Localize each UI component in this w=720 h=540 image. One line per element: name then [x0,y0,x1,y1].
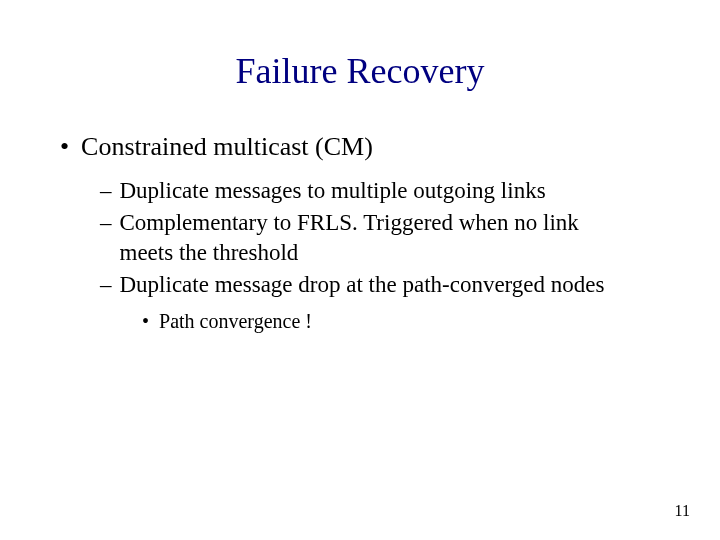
dash-icon: – [100,176,112,206]
bullet-level2: – Complementary to FRLS. Triggered when … [100,208,660,268]
dash-icon: – [100,208,112,238]
bullet-level1: • Constrained multicast (CM) [60,132,660,162]
dash-icon: – [100,270,112,300]
level3-text: Path convergence ! [159,310,312,333]
bullet-level2: – Duplicate messages to multiple outgoin… [100,176,660,206]
bullet-level2: – Duplicate message drop at the path-con… [100,270,660,300]
bullet-icon: • [60,132,69,162]
level2-text: Duplicate message drop at the path-conve… [120,270,605,300]
level2-text: Complementary to FRLS. Triggered when no… [120,208,621,268]
bullet-icon: • [142,310,149,333]
page-number: 11 [675,502,690,520]
slide-title: Failure Recovery [60,50,660,92]
level2-text: Duplicate messages to multiple outgoing … [120,176,546,206]
level1-text: Constrained multicast (CM) [81,132,373,162]
bullet-level3: • Path convergence ! [142,310,660,333]
